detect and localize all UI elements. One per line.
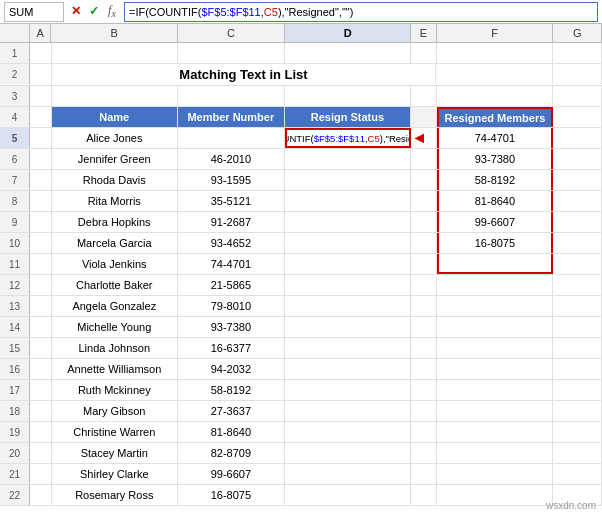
cell-member-7[interactable]: 93-1595 <box>178 170 285 190</box>
cell-member-9[interactable]: 91-2687 <box>178 212 285 232</box>
cell-name-10[interactable]: Marcela Garcia <box>52 233 178 253</box>
cell-resign-22[interactable] <box>285 485 411 505</box>
cell-name-18[interactable]: Mary Gibson <box>52 401 178 421</box>
cell-g4[interactable] <box>553 107 602 127</box>
cell-name-17[interactable]: Ruth Mckinney <box>52 380 178 400</box>
cell-name-16[interactable]: Annette Williamson <box>52 359 178 379</box>
cell-resign-11[interactable] <box>285 254 411 274</box>
cell-member-19[interactable]: 81-8640 <box>178 422 285 442</box>
cell-member-17[interactable]: 58-8192 <box>178 380 285 400</box>
cell-a4[interactable] <box>30 107 52 127</box>
cell-member-20[interactable]: 82-8709 <box>178 443 285 463</box>
spreadsheet: A B C D E F G 1 2 Matching Text in List <box>0 24 602 506</box>
cell-name-8[interactable]: Rita Morris <box>52 191 178 211</box>
cell-member-10[interactable]: 93-4652 <box>178 233 285 253</box>
cell-name-20[interactable]: Stacey Martin <box>52 443 178 463</box>
cell-f2[interactable] <box>436 64 553 84</box>
cell-name-12[interactable]: Charlotte Baker <box>52 275 178 295</box>
cell-name-22[interactable]: Rosemary Ross <box>52 485 178 505</box>
cell-member-5[interactable] <box>178 128 285 148</box>
formula-input[interactable]: =IF(COUNTIF($F$5:$F$11,C5),"Resigned",""… <box>124 2 598 22</box>
cancel-icon[interactable]: ✕ <box>68 4 84 18</box>
cell-f3[interactable] <box>437 86 554 106</box>
col-header-c[interactable]: C <box>178 24 285 42</box>
cell-resign-12[interactable] <box>285 275 411 295</box>
cell-d1[interactable] <box>285 43 411 63</box>
cell-c3[interactable] <box>178 86 285 106</box>
cell-member-8[interactable]: 35-5121 <box>178 191 285 211</box>
cell-name-11[interactable]: Viola Jenkins <box>52 254 178 274</box>
cell-member-15[interactable]: 16-6377 <box>178 338 285 358</box>
cell-member-11[interactable]: 74-4701 <box>178 254 285 274</box>
row-num-19: 19 <box>0 422 30 442</box>
cell-resign-20[interactable] <box>285 443 411 463</box>
cell-b1[interactable] <box>52 43 178 63</box>
cell-resign-8[interactable] <box>285 191 411 211</box>
cell-a5[interactable] <box>30 128 52 148</box>
cell-resign-18[interactable] <box>285 401 411 421</box>
confirm-icon[interactable]: ✓ <box>86 4 102 18</box>
cell-resign-21[interactable] <box>285 464 411 484</box>
cell-name-21[interactable]: Shirley Clarke <box>52 464 178 484</box>
table-row: 16 Annette Williamson 94-2032 <box>0 359 602 380</box>
col-header-a[interactable]: A <box>30 24 51 42</box>
cell-member-12[interactable]: 21-5865 <box>178 275 285 295</box>
cell-resign-status-header: Resign Status <box>285 107 411 127</box>
cell-g5[interactable] <box>553 128 602 148</box>
col-header-d[interactable]: D <box>285 24 411 42</box>
cell-name-9[interactable]: Debra Hopkins <box>52 212 178 232</box>
row-num-13: 13 <box>0 296 30 316</box>
row-num-21: 21 <box>0 464 30 484</box>
function-icon[interactable]: fx <box>104 3 120 19</box>
formula-bar: SUM ✕ ✓ fx =IF(COUNTIF($F$5:$F$11,C5),"R… <box>0 0 602 24</box>
cell-member-14[interactable]: 93-7380 <box>178 317 285 337</box>
cell-formula-5[interactable]: =IF(COUNTIF($F$5:$F$11,C5),"Resigned",""… <box>285 128 411 148</box>
cell-e3[interactable] <box>411 86 436 106</box>
cell-a2[interactable] <box>30 64 52 84</box>
cell-resigned-5: 74-4701 <box>437 128 554 148</box>
table-row: 20 Stacey Martin 82-8709 <box>0 443 602 464</box>
cell-name-15[interactable]: Linda Johnson <box>52 338 178 358</box>
cell-resign-15[interactable] <box>285 338 411 358</box>
col-header-e[interactable]: E <box>411 24 436 42</box>
cell-resign-19[interactable] <box>285 422 411 442</box>
cell-member-21[interactable]: 99-6607 <box>178 464 285 484</box>
cell-f1[interactable] <box>437 43 554 63</box>
cell-resign-17[interactable] <box>285 380 411 400</box>
cell-name-6[interactable]: Jennifer Green <box>52 149 178 169</box>
cell-b3[interactable] <box>52 86 178 106</box>
col-header-b[interactable]: B <box>51 24 177 42</box>
cell-g2[interactable] <box>553 64 602 84</box>
cell-a1[interactable] <box>30 43 52 63</box>
cell-resign-13[interactable] <box>285 296 411 316</box>
cell-e1[interactable] <box>411 43 436 63</box>
name-box[interactable]: SUM <box>4 2 64 22</box>
cell-name-13[interactable]: Angela Gonzalez <box>52 296 178 316</box>
col-header-f[interactable]: F <box>437 24 554 42</box>
cell-member-18[interactable]: 27-3637 <box>178 401 285 421</box>
cell-member-6[interactable]: 46-2010 <box>178 149 285 169</box>
cell-resign-6[interactable] <box>285 149 411 169</box>
cell-name-5[interactable]: Alice Jones <box>52 128 178 148</box>
cell-member-22[interactable]: 16-8075 <box>178 485 285 505</box>
cell-g3[interactable] <box>553 86 602 106</box>
table-row: 2 Matching Text in List <box>0 64 602 86</box>
cell-name-7[interactable]: Rhoda Davis <box>52 170 178 190</box>
cell-resign-9[interactable] <box>285 212 411 232</box>
row-num-3: 3 <box>0 86 30 106</box>
cell-d3[interactable] <box>285 86 411 106</box>
cell-member-16[interactable]: 94-2032 <box>178 359 285 379</box>
cell-resign-7[interactable] <box>285 170 411 190</box>
col-header-g[interactable]: G <box>553 24 602 42</box>
cell-name-19[interactable]: Christine Warren <box>52 422 178 442</box>
cell-g1[interactable] <box>553 43 602 63</box>
cell-resign-14[interactable] <box>285 317 411 337</box>
cell-resign-10[interactable] <box>285 233 411 253</box>
cell-resign-16[interactable] <box>285 359 411 379</box>
table-row: 15 Linda Johnson 16-6377 <box>0 338 602 359</box>
cell-a3[interactable] <box>30 86 52 106</box>
cell-c1[interactable] <box>178 43 285 63</box>
cell-e5: ◄ <box>411 128 436 148</box>
cell-member-13[interactable]: 79-8010 <box>178 296 285 316</box>
cell-name-14[interactable]: Michelle Young <box>52 317 178 337</box>
